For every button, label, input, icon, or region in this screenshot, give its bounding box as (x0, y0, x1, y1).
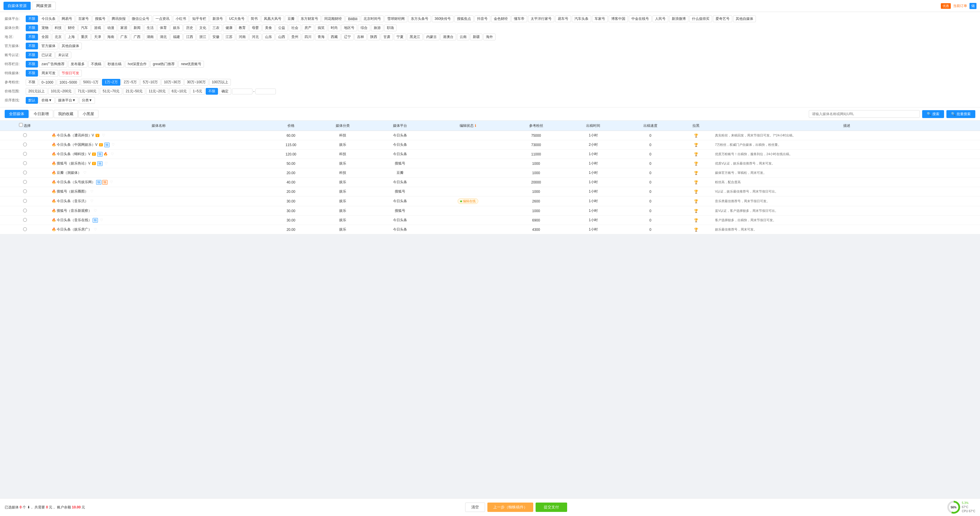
filter-option-region-options-山东[interactable]: 山东 (262, 33, 275, 40)
filter-option-platform-options-网易号[interactable]: 网易号 (59, 16, 75, 22)
filter-option-fans-options-30万~100万[interactable]: 30万~100万 (185, 79, 208, 86)
filter-option-region-options-贵州[interactable]: 贵州 (289, 33, 301, 40)
select-all-checkbox[interactable] (19, 123, 23, 127)
price-option-51元~70元[interactable]: 51元~70元 (100, 88, 122, 95)
filter-option-region-options-青海[interactable]: 青海 (315, 33, 327, 40)
filter-option-platform-options-东方头条号[interactable]: 东方头条号 (408, 16, 431, 22)
favorite-icon[interactable]: ♡ (111, 152, 114, 156)
filter-option-category-options-时尚[interactable]: 时尚 (328, 24, 340, 31)
filter-option-platform-options-抖音号[interactable]: 抖音号 (474, 16, 490, 22)
filter-option-category-options-财经[interactable]: 财经 (65, 24, 78, 31)
filter-option-platform-options-北京时间号[interactable]: 北京时间号 (361, 16, 383, 22)
favorite-icon[interactable]: ♡ (110, 180, 113, 184)
favorite-icon[interactable]: ♡ (100, 218, 103, 222)
filter-option-platform-options-其他自媒体[interactable]: 其他自媒体 (733, 16, 756, 22)
blacklist-icon[interactable]: 🏆 (694, 180, 698, 185)
sort-option-默认[interactable]: 默认 (26, 97, 38, 104)
filter-option-platform-options-小红书[interactable]: 小红书 (173, 16, 189, 22)
favorite-icon[interactable]: ♡ (111, 143, 115, 147)
filter-option-platform-options-微信公众号[interactable]: 微信公众号 (129, 16, 152, 22)
blacklist-icon[interactable]: 🏆 (694, 152, 698, 156)
blacklist-icon[interactable]: 🏆 (694, 171, 698, 175)
filter-option-region-options-内蒙古[interactable]: 内蒙古 (424, 33, 439, 40)
filter-option-category-options-职场[interactable]: 职场 (384, 24, 396, 31)
filter-option-platform-options-简书[interactable]: 简书 (248, 16, 260, 22)
filter-option-category-options-不限[interactable]: 不限 (26, 24, 38, 31)
filter-option-platform-options-人民号[interactable]: 人民号 (652, 16, 668, 22)
blacklist-icon[interactable]: 🏆 (694, 218, 698, 222)
filter-option-region-options-云南[interactable]: 云南 (457, 33, 469, 40)
filter-option-region-options-广东[interactable]: 广东 (118, 33, 130, 40)
filter-option-platform-options-中金在线号[interactable]: 中金在线号 (629, 16, 652, 22)
price-to-input[interactable] (255, 89, 276, 94)
filter-option-category-options-生活[interactable]: 生活 (144, 24, 156, 31)
filter-option-region-options-天津[interactable]: 天津 (91, 33, 104, 40)
filter-option-region-options-江西[interactable]: 江西 (183, 33, 196, 40)
filter-option-special-options-不挑稿[interactable]: 不挑稿 (88, 61, 104, 67)
filter-option-fans-options-5001~1万[interactable]: 5001~1万 (81, 79, 101, 86)
filter-option-category-options-三农[interactable]: 三农 (210, 24, 222, 31)
filter-option-official-options-不限[interactable]: 不限 (26, 43, 38, 49)
filter-option-category-options-体育[interactable]: 体育 (157, 24, 169, 31)
filter-option-official-options-官方媒体[interactable]: 官方媒体 (39, 43, 58, 49)
filter-option-platform-options-东方财富号[interactable]: 东方财富号 (298, 16, 321, 22)
filter-option-platform-options-豆瓣[interactable]: 豆瓣 (285, 16, 297, 22)
row-select-radio[interactable] (23, 133, 27, 137)
price-option-1~5元[interactable]: 1~5元 (190, 88, 205, 95)
row-select-radio[interactable] (23, 218, 27, 222)
filter-option-special-media-options-周末可发[interactable]: 周末可发 (39, 70, 58, 76)
filter-option-region-options-甘肃[interactable]: 甘肃 (381, 33, 393, 40)
row-select-radio[interactable] (23, 199, 27, 203)
filter-option-category-options-游戏[interactable]: 游戏 (91, 24, 104, 31)
filter-option-verified-options-未认证[interactable]: 未认证 (56, 52, 71, 59)
filter-option-special-options-hot深度合作[interactable]: hot深度合作 (125, 61, 149, 67)
filter-option-platform-options-金色财经[interactable]: 金色财经 (491, 16, 511, 22)
price-option-11元~20元[interactable]: 11元~20元 (146, 88, 168, 95)
filter-option-platform-options-太平洋行家号[interactable]: 太平洋行家号 (528, 16, 554, 22)
favorite-icon[interactable]: ♡ (90, 199, 94, 203)
blacklist-cell[interactable]: 🏆 (679, 187, 713, 196)
store-btn[interactable]: 储 (969, 3, 977, 9)
tab-zimeiti[interactable]: 自媒体资源 (3, 2, 31, 10)
filter-option-category-options-教育[interactable]: 教育 (236, 24, 248, 31)
filter-option-category-options-文化[interactable]: 文化 (197, 24, 209, 31)
row-select-radio[interactable] (23, 227, 27, 231)
row-select-radio[interactable] (23, 161, 27, 165)
filter-option-region-options-上海[interactable]: 上海 (65, 33, 78, 40)
filter-option-platform-options-雪球财经网[interactable]: 雪球财经网 (385, 16, 407, 22)
filter-option-region-options-福建[interactable]: 福建 (170, 33, 183, 40)
favorite-icon[interactable]: ♡ (94, 209, 97, 213)
filter-option-special-media-options-不限[interactable]: 不限 (26, 70, 38, 76)
price-option-不限[interactable]: 不限 (206, 88, 218, 95)
price-option-71元~100元[interactable]: 71元~100元 (75, 88, 99, 95)
filter-option-category-options-房产[interactable]: 房产 (302, 24, 314, 31)
filter-option-special-options-zan广告狗推荐[interactable]: zan广告狗推荐 (39, 61, 67, 67)
blacklist-icon[interactable]: 🏆 (694, 162, 698, 166)
price-confirm-btn[interactable]: 确定 (219, 88, 231, 95)
filter-option-region-options-吉林[interactable]: 吉林 (355, 33, 367, 40)
tab-wangmei[interactable]: 网媒资源 (32, 2, 56, 10)
blacklist-cell[interactable]: 🏆 (679, 159, 713, 168)
sort-option-分类▼[interactable]: 分类▼ (79, 97, 95, 104)
filter-option-official-options-其他自媒体[interactable]: 其他自媒体 (59, 43, 82, 49)
filter-option-region-options-海外[interactable]: 海外 (483, 33, 496, 40)
sort-option-媒体平台▼[interactable]: 媒体平台▼ (56, 97, 78, 104)
search-input[interactable] (809, 110, 920, 118)
filter-option-region-options-湖北[interactable]: 湖北 (157, 33, 169, 40)
filter-option-category-options-动漫[interactable]: 动漫 (105, 24, 117, 31)
blacklist-cell[interactable]: 🏆 (679, 178, 713, 187)
filter-option-category-options-科技[interactable]: 科技 (52, 24, 64, 31)
filter-option-verified-options-已认证[interactable]: 已认证 (39, 52, 55, 59)
search-tab-小黑屋[interactable]: 小黑屋 (78, 110, 99, 118)
row-select-radio[interactable] (23, 170, 27, 174)
filter-option-platform-options-博客中国[interactable]: 博客中国 (609, 16, 628, 22)
filter-option-category-options-历史[interactable]: 历史 (183, 24, 196, 31)
filter-option-platform-options-一点资讯[interactable]: 一点资讯 (153, 16, 172, 22)
search-tab-今日新增[interactable]: 今日新增 (29, 110, 53, 118)
filter-option-region-options-全国[interactable]: 全国 (39, 33, 51, 40)
filter-option-category-options-汽车[interactable]: 汽车 (78, 24, 91, 31)
blacklist-icon[interactable]: 🏆 (694, 228, 698, 232)
filter-option-fans-options-1001~5000[interactable]: 1001~5000 (57, 80, 80, 85)
filter-option-fans-options-5万~10万[interactable]: 5万~10万 (140, 79, 161, 86)
blacklist-cell[interactable]: 🏆 (679, 131, 713, 140)
